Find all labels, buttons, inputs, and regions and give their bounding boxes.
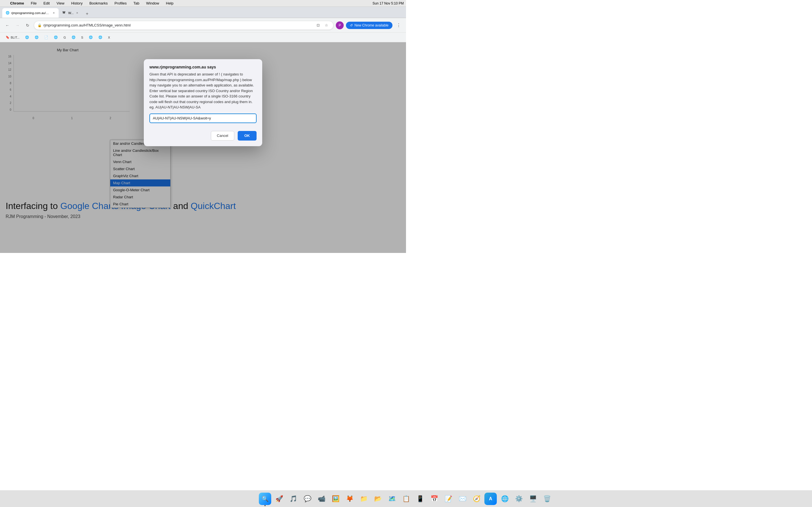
forward-button[interactable]: →: [13, 21, 21, 29]
menu-tab[interactable]: Tab: [132, 1, 140, 5]
menu-chrome[interactable]: Chrome: [9, 1, 25, 5]
bookmark-favicon-1: 🔖: [6, 36, 10, 39]
bookmark-favicon-6: G: [63, 36, 66, 39]
dialog-body: Given that API is deprecated an answer o…: [144, 71, 262, 128]
dialog-buttons: Cancel OK: [144, 128, 262, 146]
bookmark-favicon-5: 🌐: [54, 36, 58, 39]
dialog-message: Given that API is deprecated an answer o…: [149, 72, 254, 109]
bookmark-4[interactable]: 📄: [42, 34, 50, 40]
dialog-overlay: www.rjmprogramming.com.au says Given tha…: [0, 42, 406, 253]
bookmark-6[interactable]: G: [61, 35, 68, 40]
update-icon: ↺: [350, 23, 353, 27]
bookmark-9[interactable]: 🌐: [87, 34, 95, 40]
bookmark-favicon-9: 🌐: [89, 36, 93, 39]
bookmark-favicon-11: X: [108, 36, 110, 39]
back-button[interactable]: ←: [3, 21, 11, 29]
bookmark-favicon-8: S: [81, 36, 83, 39]
pip-icon[interactable]: ⊡: [315, 22, 321, 29]
bookmark-favicon-10: 🌐: [98, 36, 102, 39]
bookmark-3[interactable]: 🌐: [33, 34, 41, 40]
tab-favicon-1: 🌐: [6, 11, 10, 15]
bookmark-favicon-7: 🌐: [71, 36, 75, 39]
chrome-update-button[interactable]: ↺ New Chrome available: [346, 22, 393, 29]
update-label: New Chrome available: [354, 23, 389, 27]
bookmark-favicon-2: 🌐: [25, 36, 29, 39]
menu-history[interactable]: History: [70, 1, 84, 5]
bookmark-11[interactable]: X: [106, 35, 112, 40]
menu-bar-right: Sun 17 Nov 5:10 PM: [372, 1, 404, 5]
new-tab-button[interactable]: +: [83, 10, 91, 18]
dialog-input[interactable]: [149, 114, 257, 123]
chrome-menu-button[interactable]: ⋮: [395, 21, 403, 29]
menu-time: Sun 17 Nov 5:10 PM: [372, 1, 404, 5]
bookmark-star-icon[interactable]: ☆: [323, 22, 330, 29]
tab-title-1: rjmprogramming.com.au/HTMLCSS...: [11, 11, 50, 15]
menu-bar: Chrome File Edit View History Bookmarks …: [0, 0, 406, 7]
url-bar[interactable]: 🔒 rjmprogramming.com.au/HTMLCSS/image_ve…: [34, 21, 334, 30]
ok-button[interactable]: OK: [238, 131, 257, 140]
menu-window[interactable]: Window: [145, 1, 160, 5]
bookmark-label-blit: BLIT...: [11, 36, 19, 39]
bookmark-10[interactable]: 🌐: [96, 34, 105, 40]
dialog-header: www.rjmprogramming.com.au says: [144, 59, 262, 71]
bookmark-2[interactable]: 🌐: [23, 34, 31, 40]
tab-favicon-2: W: [63, 11, 66, 15]
tab-bar: 🌐 rjmprogramming.com.au/HTMLCSS... ✕ W W…: [0, 7, 406, 18]
url-icons: ⊡ ☆: [315, 22, 330, 29]
address-bar: ← → ↻ 🔒 rjmprogramming.com.au/HTMLCSS/im…: [0, 18, 406, 33]
tab-2[interactable]: W W... ✕: [59, 8, 83, 18]
bookmark-8[interactable]: S: [79, 35, 86, 40]
menu-view[interactable]: View: [55, 1, 65, 5]
bookmark-7[interactable]: 🌐: [69, 34, 78, 40]
url-text: rjmprogramming.com.au/HTMLCSS/image_venn…: [43, 23, 131, 27]
page-content: My Bar Chart 0 2 4 6 8 10 12 14 16: [0, 42, 406, 253]
bookmark-favicon-3: 🌐: [35, 36, 39, 39]
profile-avatar[interactable]: P: [336, 21, 344, 29]
bookmark-5[interactable]: 🌐: [52, 34, 60, 40]
menu-bookmarks[interactable]: Bookmarks: [88, 1, 109, 5]
menu-help[interactable]: Help: [165, 1, 175, 5]
tab-close-1[interactable]: ✕: [52, 11, 55, 15]
tab-title-2: W...: [68, 11, 73, 15]
bookmark-blit[interactable]: 🔖 BLIT...: [3, 34, 22, 40]
menu-edit[interactable]: Edit: [42, 1, 51, 5]
reload-button[interactable]: ↻: [24, 21, 32, 29]
tab-close-2[interactable]: ✕: [75, 11, 79, 15]
menu-file[interactable]: File: [30, 1, 38, 5]
bookmark-favicon-4: 📄: [44, 36, 48, 39]
tab-active[interactable]: 🌐 rjmprogramming.com.au/HTMLCSS... ✕: [2, 8, 59, 18]
menu-profiles[interactable]: Profiles: [113, 1, 128, 5]
dialog-box: www.rjmprogramming.com.au says Given tha…: [144, 59, 262, 146]
bookmarks-bar: 🔖 BLIT... 🌐 🌐 📄 🌐 G 🌐 S 🌐 🌐 X: [0, 33, 406, 42]
lock-icon: 🔒: [38, 23, 42, 27]
cancel-button[interactable]: Cancel: [211, 131, 234, 140]
